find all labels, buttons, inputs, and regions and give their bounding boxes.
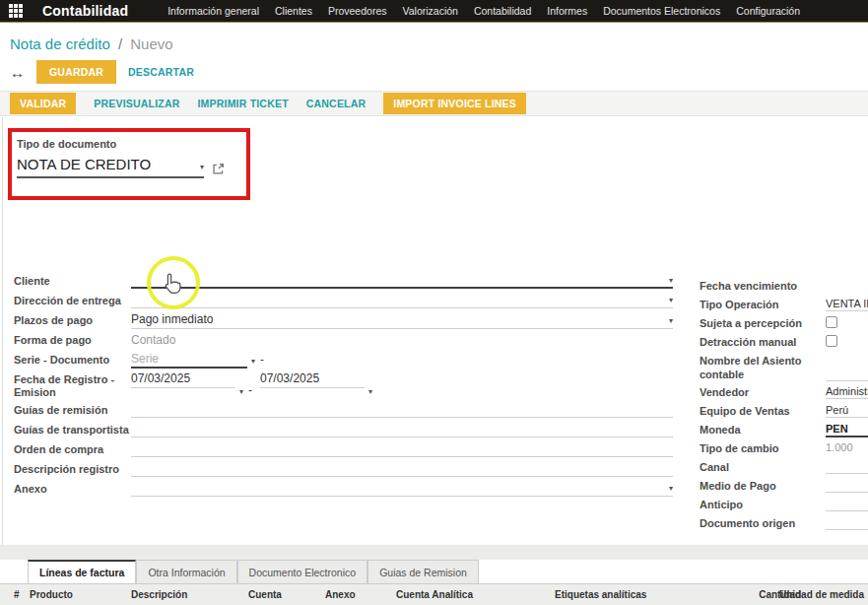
field-row: Sujeta a percepción [700, 316, 868, 331]
medio-pago-input[interactable] [826, 479, 868, 493]
menu-clientes[interactable]: Clientes [275, 5, 312, 17]
apps-grid-icon[interactable] [9, 4, 23, 18]
breadcrumb-current: Nuevo [130, 35, 172, 52]
col-unidad-medida: Unidad de medida [779, 589, 864, 600]
orden-compra-input[interactable] [131, 441, 673, 457]
app-title: Contabilidad [42, 3, 128, 19]
guias-transportista-label: Guías de transportista [14, 422, 131, 437]
menu-documentos-electronicos[interactable]: Documentos Electronicos [603, 5, 720, 17]
external-link-icon[interactable] [212, 162, 225, 174]
preview-button[interactable]: PREVISUALIZAR [94, 98, 179, 109]
cliente-input[interactable]: ▾ [131, 273, 673, 289]
col-anexo: Anexo [325, 589, 356, 600]
col-descripcion: Descripción [131, 589, 187, 600]
tab-documento-electronico[interactable]: Documento Electronico [237, 560, 368, 583]
menu-configuracion[interactable]: Configuración [736, 5, 800, 17]
chevron-down-icon[interactable]: ▾ [239, 387, 243, 399]
import-invoice-lines-button[interactable]: IMPORT INVOICE LINES [383, 93, 526, 114]
menu-informes[interactable]: Informes [547, 5, 587, 17]
breadcrumb-parent[interactable]: Nota de crédito [10, 35, 110, 52]
cancel-button[interactable]: CANCELAR [306, 98, 367, 109]
odoo-accounting-window: Contabilidad Información general Cliente… [0, 0, 868, 605]
document-type-select[interactable]: NOTA DE CREDITO ▾ [17, 156, 204, 178]
detraccion-manual-checkbox[interactable] [826, 335, 837, 347]
serie-documento-label: Serie - Documento [14, 352, 131, 367]
direccion-entrega-input[interactable]: ▾ [131, 293, 673, 308]
guias-transportista-input[interactable] [131, 422, 673, 437]
field-row: Guías de remisión [14, 402, 673, 419]
chevron-down-icon[interactable]: ▾ [669, 316, 673, 326]
descripcion-registro-label: Descripción registro [14, 461, 131, 476]
field-row: Medio de Pago [700, 479, 868, 494]
field-row: Descripción registro [14, 461, 673, 478]
chevron-down-icon[interactable]: ▾ [669, 484, 673, 494]
field-row: Moneda PEN [700, 423, 868, 437]
col-cuenta-analitica: Cuenta Analítica [396, 589, 473, 600]
field-row: Vendedor Administrat [700, 385, 868, 400]
nombre-asiento-input[interactable] [826, 368, 868, 381]
chevron-down-icon[interactable]: ▾ [200, 163, 204, 172]
vendedor-input[interactable]: Administrat [826, 385, 868, 399]
guias-remision-input[interactable] [131, 402, 673, 418]
menu-contabilidad[interactable]: Contabilidad [474, 5, 531, 17]
top-menu: Información general Clientes Proveedores… [167, 5, 800, 17]
field-row: Orden de compra [14, 441, 673, 458]
col-producto: Producto [30, 589, 73, 600]
plazos-pago-value: Pago inmediato [131, 312, 213, 326]
fecha-registro-input[interactable]: 07/03/2025 [131, 371, 235, 388]
anexo-input[interactable]: ▾ [131, 481, 673, 497]
fecha-emision-input[interactable]: 07/03/2025 [260, 371, 365, 388]
field-row: Serie - Documento Serie ▾ - [14, 352, 673, 369]
menu-valorizacion[interactable]: Valorización [402, 5, 457, 17]
print-ticket-button[interactable]: IMPRIMIR TICKET [198, 98, 289, 109]
col-cuenta: Cuenta [248, 589, 282, 600]
left-field-column: Cliente ▾ Dirección de entrega ▾ Plazos … [14, 273, 673, 501]
plazos-pago-input[interactable]: Pago inmediato ▾ [131, 312, 673, 329]
field-row: Equipo de Ventas Perú [700, 404, 868, 419]
statusbar: VALIDAR PREVISUALIZAR IMPRIMIR TICKET CA… [0, 91, 868, 116]
col-number: # [14, 589, 20, 600]
cliente-label: Cliente [14, 273, 131, 288]
chevron-down-icon[interactable]: ▾ [251, 357, 255, 369]
forma-pago-value: Contado [131, 332, 673, 347]
serie-placeholder: Serie [131, 352, 159, 366]
field-row: Dirección de entrega ▾ [14, 293, 673, 309]
swap-arrows-icon[interactable]: ↔ [10, 65, 25, 80]
tab-guias-de-remision[interactable]: Guias de Remision [367, 560, 479, 583]
field-row: Tipo Operación VENTA INTE [700, 298, 868, 312]
fecha-vencimiento-input[interactable] [826, 279, 868, 293]
sheet-left-border [2, 117, 3, 605]
save-button[interactable]: GUARDAR [36, 60, 116, 84]
field-row: Anticipo [700, 498, 868, 512]
moneda-input[interactable]: PEN [826, 423, 868, 437]
tipo-operacion-input[interactable]: VENTA INTE [826, 298, 868, 311]
field-row: Plazos de pago Pago inmediato ▾ [14, 312, 673, 329]
sujeta-percepcion-label: Sujeta a percepción [700, 316, 826, 330]
field-row: Anexo ▾ [14, 481, 673, 498]
breadcrumb-separator: / [118, 35, 122, 52]
menu-proveedores[interactable]: Proveedores [328, 5, 387, 17]
chevron-down-icon[interactable]: ▾ [669, 276, 673, 286]
menu-informacion-general[interactable]: Información general [167, 5, 259, 17]
documento-origen-label: Documento origen [700, 516, 826, 530]
equipo-ventas-input[interactable]: Perú [826, 404, 868, 418]
chevron-down-icon[interactable]: ▾ [669, 296, 673, 305]
forma-pago-label: Forma de pago [14, 332, 131, 347]
sujeta-percepcion-checkbox[interactable] [826, 316, 837, 328]
top-nav-bar: Contabilidad Información general Cliente… [0, 0, 868, 23]
canal-input[interactable] [826, 460, 868, 474]
equipo-ventas-label: Equipo de Ventas [700, 404, 826, 418]
field-row: Documento origen [700, 516, 868, 531]
documento-origen-input[interactable] [826, 516, 868, 530]
validate-button[interactable]: VALIDAR [10, 93, 76, 114]
moneda-label: Moneda [700, 423, 826, 437]
serie-input[interactable]: Serie [131, 352, 247, 369]
tipo-operacion-label: Tipo Operación [700, 298, 826, 311]
anticipo-input[interactable] [826, 498, 868, 511]
fecha-registro-label: Fecha de Registro - Emision [14, 371, 131, 399]
tab-otra-informacion[interactable]: Otra Información [136, 560, 236, 583]
discard-button[interactable]: DESCARTAR [128, 66, 194, 78]
tab-lineas-de-factura[interactable]: Líneas de factura [28, 560, 136, 583]
chevron-down-icon[interactable]: ▾ [368, 387, 372, 399]
descripcion-registro-input[interactable] [131, 461, 673, 477]
